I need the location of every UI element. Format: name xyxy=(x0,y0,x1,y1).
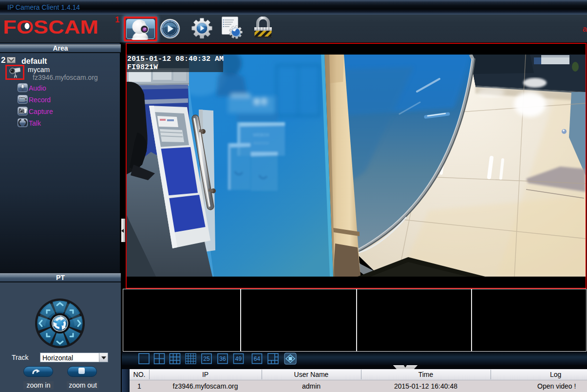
svg-text:25: 25 xyxy=(203,355,210,362)
svg-text:49: 49 xyxy=(235,355,242,362)
svg-text:www.box: www.box xyxy=(253,141,269,145)
svg-text:FOSCAM: FOSCAM xyxy=(3,17,98,37)
svg-text:36: 36 xyxy=(219,355,226,362)
svg-text:64: 64 xyxy=(254,355,261,362)
svg-text:WEBOX: WEBOX xyxy=(253,132,269,137)
